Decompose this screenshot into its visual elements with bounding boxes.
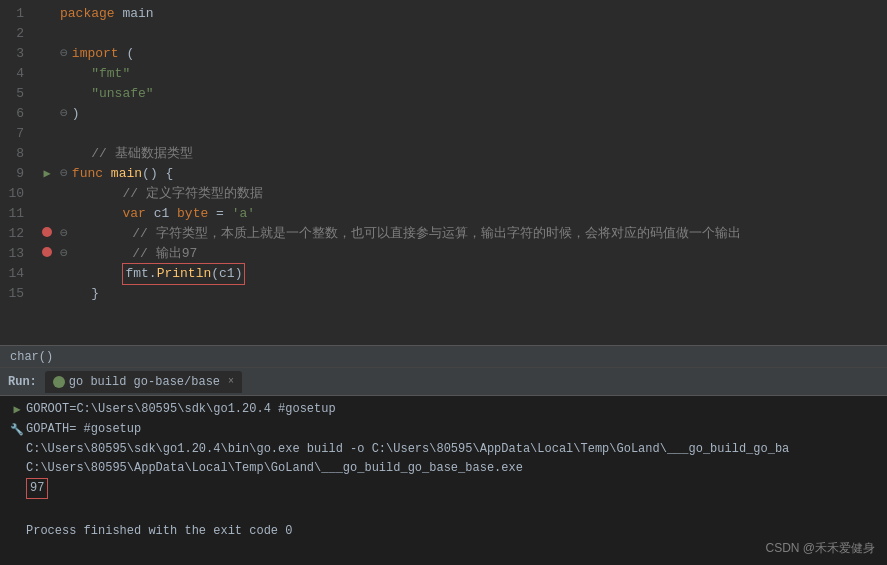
line-numbers: 1 2 3 4 5 6 7 8 9 10 11 12 13 14 15 bbox=[0, 0, 38, 345]
run-icon-col-7 bbox=[8, 518, 26, 519]
run-output-line-1: ▶ GOROOT=C:\Users\80595\sdk\go1.20.4 #go… bbox=[8, 400, 879, 420]
run-icon-col-2: 🔧 bbox=[8, 420, 26, 440]
run-icon-col-6 bbox=[8, 499, 26, 500]
run-header: Run: go build go-base/base × bbox=[0, 368, 887, 396]
run-output-line-4: C:\Users\80595\AppData\Local\Temp\GoLand… bbox=[8, 459, 879, 478]
output-97-highlight: 97 bbox=[26, 478, 48, 499]
code-line-2 bbox=[56, 24, 887, 44]
wrench-icon-2: 🔧 bbox=[10, 421, 24, 440]
gutter: ▶ bbox=[38, 0, 56, 345]
status-bar: char() bbox=[0, 345, 887, 367]
code-container: 1 2 3 4 5 6 7 8 9 10 11 12 13 14 15 bbox=[0, 0, 887, 345]
code-line-8: // 基础数据类型 bbox=[56, 144, 887, 164]
breakpoint-icon-13 bbox=[42, 244, 52, 264]
run-text-4: C:\Users\80595\AppData\Local\Temp\GoLand… bbox=[26, 459, 879, 478]
run-output-line-2: 🔧 GOPATH= #gosetup bbox=[8, 420, 879, 440]
code-line-7 bbox=[56, 124, 887, 144]
run-tab-name: go build go-base/base bbox=[69, 375, 220, 389]
run-icon-col-3 bbox=[8, 440, 26, 441]
code-line-15: } bbox=[56, 284, 887, 304]
run-tab-close[interactable]: × bbox=[228, 376, 234, 387]
run-output-line-3: C:\Users\80595\sdk\go1.20.4\bin\go.exe b… bbox=[8, 440, 879, 459]
run-tab[interactable]: go build go-base/base × bbox=[45, 371, 242, 393]
breakpoint-icon-12 bbox=[42, 224, 52, 244]
code-line-12: ⊖ // 字符类型，本质上就是一个整数，也可以直接参与运算，输出字符的时候，会将… bbox=[56, 224, 887, 244]
run-text-3: C:\Users\80595\sdk\go1.20.4\bin\go.exe b… bbox=[26, 440, 879, 459]
code-line-13: ⊖ // 输出97 bbox=[56, 244, 887, 264]
run-text-7: Process finished with the exit code 0 bbox=[26, 522, 879, 541]
run-icon-col-5 bbox=[8, 478, 26, 479]
code-line-5: "unsafe" bbox=[56, 84, 887, 104]
code-line-11: var c1 byte = 'a' bbox=[56, 204, 887, 224]
watermark: CSDN @禾禾爱健身 bbox=[765, 540, 875, 557]
run-output-line-6 bbox=[8, 499, 879, 518]
code-line-10: // 定义字符类型的数据 bbox=[56, 184, 887, 204]
code-line-3: ⊖import ( bbox=[56, 44, 887, 64]
code-line-4: "fmt" bbox=[56, 64, 887, 84]
run-text-1: GOROOT=C:\Users\80595\sdk\go1.20.4 #gose… bbox=[26, 400, 879, 419]
run-text-5: 97 bbox=[26, 478, 879, 499]
run-text-2: GOPATH= #gosetup bbox=[26, 420, 879, 439]
run-output-line-7: Process finished with the exit code 0 bbox=[8, 518, 879, 541]
code-lines: package main ⊖import ( "fmt" "unsafe" ⊖) bbox=[56, 0, 887, 345]
editor-area: 1 2 3 4 5 6 7 8 9 10 11 12 13 14 15 bbox=[0, 0, 887, 345]
run-output-line-5: 97 bbox=[8, 478, 879, 499]
run-panel: Run: go build go-base/base × ▶ GOROOT=C:… bbox=[0, 367, 887, 565]
code-line-9: ⊖func main() { bbox=[56, 164, 887, 184]
run-gutter-icon[interactable]: ▶ bbox=[43, 164, 50, 184]
println-highlight: fmt.Println(c1) bbox=[122, 263, 245, 285]
run-content: ▶ GOROOT=C:\Users\80595\sdk\go1.20.4 #go… bbox=[0, 396, 887, 565]
run-tab-icon bbox=[53, 376, 65, 388]
run-icon-col-1: ▶ bbox=[8, 400, 26, 420]
code-line-14: fmt.Println(c1) bbox=[56, 264, 887, 284]
run-label: Run: bbox=[8, 375, 37, 389]
status-text: char() bbox=[10, 350, 53, 364]
code-line-6: ⊖) bbox=[56, 104, 887, 124]
run-arrow-icon-1: ▶ bbox=[13, 401, 20, 420]
code-line-1: package main bbox=[56, 4, 887, 24]
run-icon-col-4 bbox=[8, 459, 26, 460]
